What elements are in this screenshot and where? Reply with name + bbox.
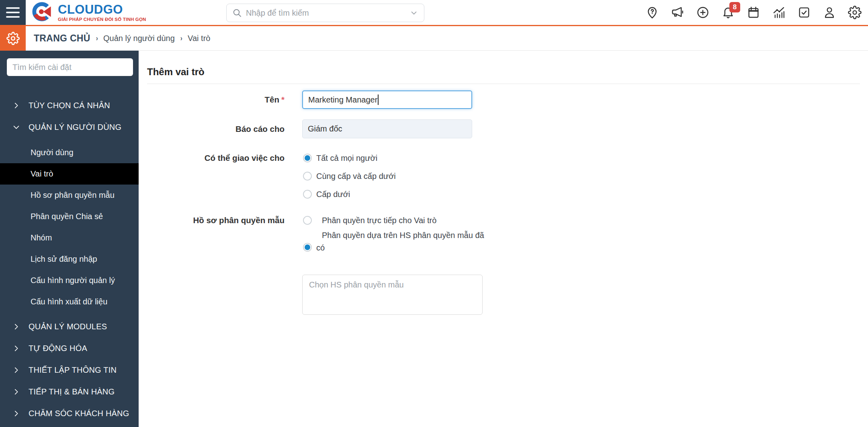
reports-to-input[interactable]: Giám đốc [302, 119, 472, 138]
profile-label: Hồ sơ phân quyền mẫu [147, 211, 302, 254]
breadcrumb-user-management[interactable]: Quản lý người dùng [103, 34, 175, 43]
sidebar-nav: TÙY CHỌN CÁ NHÂN QUẢN LÝ NGƯỜI DÙNG Ngườ… [0, 94, 139, 424]
notification-badge: 8 [729, 2, 740, 12]
global-search [226, 4, 424, 22]
sidebar-section-personal[interactable]: TÙY CHỌN CÁ NHÂN [0, 94, 139, 116]
assign-to-radio-group: Tất cả mọi người Cùng cấp và cấp dưới Cấ… [302, 149, 396, 203]
required-asterisk: * [281, 95, 285, 104]
sidebar-section-marketing-sales[interactable]: TIẾP THỊ & BÁN HÀNG [0, 381, 139, 402]
assign-to-label: Có thể giao việc cho [147, 149, 302, 203]
gear-icon [6, 32, 20, 45]
logo-tagline: GIẢI PHÁP CHUYỂN ĐỔI SỐ TINH GỌN [58, 17, 146, 22]
add-role-panel: Thêm vai trò Tên* Marketing Manager Báo … [139, 51, 868, 427]
top-bar: CLOUDGO GIẢI PHÁP CHUYỂN ĐỔI SỐ TINH GỌN… [0, 0, 868, 26]
sidebar-section-modules[interactable]: QUẢN LÝ MODULES [0, 316, 139, 337]
reports-to-field-row: Báo cáo cho Giám đốc [147, 119, 860, 138]
chevron-right-icon [12, 410, 20, 417]
sidebar-section-info-setup[interactable]: THIẾT LẬP THÔNG TIN [0, 359, 139, 381]
page-title: Thêm vai trò [147, 65, 860, 78]
settings-module-button[interactable] [0, 26, 26, 51]
sidebar-item-roles[interactable]: Vai trò [0, 163, 139, 185]
radio-option-everyone[interactable]: Tất cả mọi người [302, 149, 396, 167]
radio-button[interactable] [303, 154, 312, 162]
breadcrumb-separator: › [96, 34, 98, 43]
notifications-bell-icon[interactable]: 8 [721, 6, 735, 19]
breadcrumb-separator: › [180, 34, 182, 43]
cloudgo-logo[interactable]: CLOUDGO GIẢI PHÁP CHUYỂN ĐỔI SỐ TINH GỌN [30, 1, 146, 24]
sidebar-item-users[interactable]: Người dùng [0, 142, 139, 163]
sidebar-section-customer-care[interactable]: CHĂM SÓC KHÁCH HÀNG [0, 402, 139, 424]
analytics-chart-icon[interactable] [772, 6, 786, 19]
settings-sidebar: TÙY CHỌN CÁ NHÂN QUẢN LÝ NGƯỜI DÙNG Ngườ… [0, 51, 139, 427]
chevron-right-icon [12, 366, 20, 374]
title-divider [147, 84, 860, 84]
profile-picker-input[interactable]: Chọn HS phân quyền mẫu [302, 275, 483, 315]
topbar-icon-row: 8 [645, 0, 862, 25]
radio-button[interactable] [303, 243, 312, 252]
sidebar-item-manager-config[interactable]: Cấu hình người quản lý [0, 270, 139, 291]
cloudgo-settings-app: CLOUDGO GIẢI PHÁP CHUYỂN ĐỔI SỐ TINH GỌN… [0, 0, 868, 427]
text-cursor [378, 94, 379, 105]
name-input[interactable]: Marketing Manager [302, 90, 472, 109]
radio-button[interactable] [303, 190, 312, 199]
user-profile-icon[interactable] [823, 6, 836, 19]
search-icon [232, 8, 242, 18]
radio-button[interactable] [303, 216, 312, 225]
hamburger-icon [6, 7, 20, 9]
tasks-checkbox-icon[interactable] [797, 6, 811, 19]
sidebar-item-profiles[interactable]: Hồ sơ phân quyền mẫu [0, 185, 139, 206]
sidebar-section-user-management[interactable]: QUẢN LÝ NGƯỜI DÙNG [0, 116, 139, 138]
breadcrumb: TRANG CHỦ › Quản lý người dùng › Vai trò [34, 33, 210, 44]
global-search-input[interactable] [246, 8, 405, 18]
radio-option-existing-profile[interactable]: Phân quyền dựa trên HS phân quyền mẫu đã… [302, 229, 491, 254]
map-pin-question-icon[interactable] [645, 6, 659, 19]
chevron-down-icon[interactable] [409, 8, 418, 17]
assign-to-field-row: Có thể giao việc cho Tất cả mọi người Cù… [147, 149, 860, 203]
name-field-label: Tên [265, 95, 279, 104]
sidebar-item-groups[interactable]: Nhóm [0, 227, 139, 248]
megaphone-icon[interactable] [671, 6, 684, 19]
sidebar-item-export-config[interactable]: Cấu hình xuất dữ liệu [0, 291, 139, 312]
chevron-right-icon [12, 388, 20, 396]
breadcrumb-home[interactable]: TRANG CHỦ [34, 33, 90, 44]
breadcrumb-roles[interactable]: Vai trò [188, 34, 210, 43]
breadcrumb-bar: TRANG CHỦ › Quản lý người dùng › Vai trò [0, 26, 868, 51]
sidebar-item-login-history[interactable]: Lịch sử đăng nhập [0, 248, 139, 270]
calendar-icon[interactable] [747, 6, 760, 19]
reports-to-label: Báo cáo cho [147, 124, 302, 134]
chevron-right-icon [12, 323, 20, 331]
name-field-row: Tên* Marketing Manager [147, 90, 860, 109]
hamburger-menu-button[interactable] [0, 0, 26, 25]
profile-picker-row: Chọn HS phân quyền mẫu [147, 275, 860, 315]
profile-field-row: Hồ sơ phân quyền mẫu Phân quyền trực tiế… [147, 211, 860, 254]
profile-radio-group: Phân quyền trực tiếp cho Vai trò Phân qu… [302, 211, 491, 254]
chevron-down-icon [12, 123, 20, 131]
chevron-right-icon [12, 102, 20, 109]
plus-circle-icon[interactable] [696, 6, 710, 19]
radio-option-same-and-subordinates[interactable]: Cùng cấp và cấp dưới [302, 167, 396, 185]
cloudgo-logo-icon [30, 1, 55, 24]
sidebar-section-automation[interactable]: TỰ ĐỘNG HÓA [0, 337, 139, 359]
settings-gear-icon[interactable] [848, 6, 862, 19]
radio-option-subordinates[interactable]: Cấp dưới [302, 185, 396, 203]
chevron-right-icon [12, 345, 20, 352]
sidebar-item-sharing-access[interactable]: Phân quyền Chia sẻ [0, 206, 139, 227]
user-management-sub-list: Người dùng Vai trò Hồ sơ phân quyền mẫu … [0, 138, 139, 312]
sidebar-search-input[interactable] [7, 58, 133, 76]
radio-button[interactable] [303, 172, 312, 181]
logo-name: CLOUDGO [58, 4, 146, 16]
add-role-form: Tên* Marketing Manager Báo cáo cho Giám … [147, 90, 860, 315]
radio-option-direct-assign[interactable]: Phân quyền trực tiếp cho Vai trò [302, 211, 491, 229]
